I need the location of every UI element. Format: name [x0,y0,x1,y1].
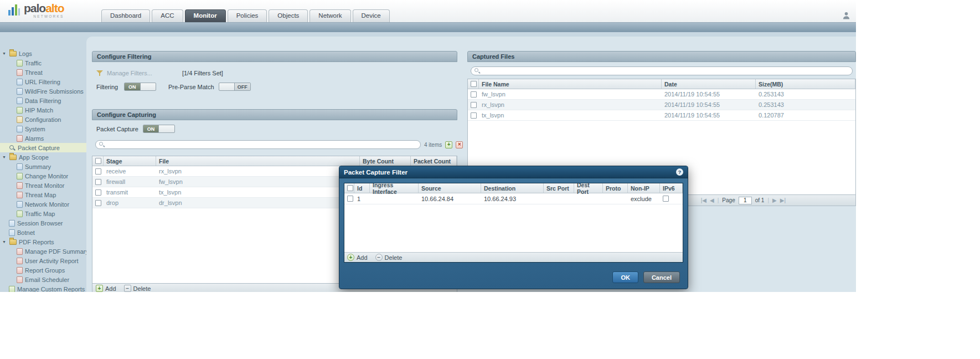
manage-filters-link[interactable]: Manage Filters... [107,70,152,76]
file-link[interactable]: rx_lsvpn [479,100,662,110]
sidebar-item-label: HIP Match [25,107,53,114]
sidebar-item-label: System [25,126,45,132]
sidebar-item-packet-capture[interactable]: Packet Capture [0,143,86,152]
table-row[interactable]: rx_lsvpn 2014/11/19 10:54:55 0.253143 [468,100,855,110]
sidebar-item-manage-pdf-summary[interactable]: Manage PDF Summary [0,247,86,256]
dest-port-cell[interactable] [574,193,603,204]
destination-cell[interactable]: 10.66.24.93 [481,193,544,204]
sidebar-item-app-scope[interactable]: ▼App Scope [0,152,86,162]
header-cell: Ingress Interface [370,183,419,193]
clear-icon[interactable]: ✕ [456,141,463,148]
sidebar-item-logs[interactable]: ▼Logs [0,49,86,58]
tab-monitor[interactable]: Monitor [185,9,226,22]
row-checkbox[interactable] [95,179,101,185]
page-input[interactable] [739,197,752,204]
sidebar-item-pdf-reports[interactable]: ▼PDF Reports [0,237,86,247]
add-button[interactable]: Add [357,254,368,261]
last-page-icon[interactable]: ▶| [780,197,786,203]
delete-icon[interactable]: − [124,285,131,292]
delete-button[interactable]: Delete [385,254,403,261]
capture-search-input[interactable] [107,141,417,148]
filtering-toggle[interactable]: ON [124,83,156,91]
tab-dashboard[interactable]: Dashboard [101,9,150,22]
file-link[interactable]: tx_lsvpn [479,110,662,120]
pdf-icon [17,258,23,264]
select-all-checkbox[interactable] [347,185,353,191]
packet-capture-toggle[interactable]: ON [143,125,175,133]
table-row[interactable]: tx_lsvpn 2014/11/19 10:54:55 0.120787 [468,110,855,121]
first-page-icon[interactable]: |◀ [701,197,706,203]
sidebar-item-label: Manage PDF Summary [25,248,86,255]
next-page-icon[interactable]: ▶ [772,197,777,203]
row-checkbox[interactable] [95,200,101,206]
tab-device[interactable]: Device [353,9,390,22]
cancel-button[interactable]: Cancel [643,271,680,283]
row-checkbox[interactable] [471,91,477,98]
sidebar-item-threat[interactable]: Threat [0,68,86,77]
select-all-checkbox[interactable] [95,158,101,164]
proto-cell[interactable] [603,193,628,204]
table-header: Id Ingress Interface Source Destination … [344,183,683,193]
tab-policies[interactable]: Policies [228,9,267,22]
help-icon[interactable]: ? [676,168,683,176]
row-checkbox[interactable] [95,189,101,196]
sidebar-item-wildfire-submissions[interactable]: WildFire Submissions [0,86,86,96]
sidebar-item-summary[interactable]: Summary [0,162,86,171]
sidebar-item-label: PDF Reports [19,239,54,245]
expander-icon[interactable]: ▼ [2,240,7,244]
non-ip-cell[interactable]: exclude [628,193,660,204]
sidebar-item-email-scheduler[interactable]: Email Scheduler [0,275,86,284]
sidebar-item-traffic[interactable]: Traffic [0,58,86,68]
src-port-cell[interactable] [544,193,574,204]
sidebar-item-alarms[interactable]: Alarms [0,134,86,143]
sidebar-item-traffic-map[interactable]: Traffic Map [0,209,86,218]
preparse-toggle[interactable]: OFF [219,83,251,91]
prev-page-icon[interactable]: ◀ [710,197,714,203]
packet-capture-toggle-row: Packet Capture ON [96,125,457,133]
row-checkbox[interactable] [347,196,353,202]
tab-acc[interactable]: ACC [152,9,183,22]
ingress-interface-cell[interactable] [370,193,419,204]
ok-button[interactable]: OK [612,271,638,283]
expander-icon[interactable]: ▼ [2,52,7,55]
ipv6-checkbox[interactable] [663,196,669,202]
add-button[interactable]: Add [105,285,116,292]
expander-icon[interactable]: ▼ [2,155,7,159]
captured-files-search-input[interactable] [483,68,849,74]
tab-objects[interactable]: Objects [269,9,308,22]
select-all-checkbox[interactable] [471,81,477,87]
sidebar-item-hip-match[interactable]: HIP Match [0,105,86,115]
filter-row[interactable]: 1 10.66.24.84 10.66.24.93 exclude [344,193,683,204]
row-checkbox[interactable] [471,102,477,108]
add-icon[interactable]: + [96,285,103,292]
main-nav-tabs: Dashboard ACC Monitor Policies Objects N… [101,9,390,22]
file-link[interactable]: fw_lsvpn [479,89,662,99]
table-row[interactable]: fw_lsvpn 2014/11/19 10:54:55 0.253143 [468,89,855,100]
sidebar-item-botnet[interactable]: Botnet [0,228,86,237]
sidebar-item-network-monitor[interactable]: Network Monitor [0,199,86,209]
sidebar-item-url-filtering[interactable]: URL Filtering [0,77,86,86]
user-icon[interactable] [842,11,850,20]
sidebar-item-system[interactable]: System [0,124,86,134]
delete-button[interactable]: Delete [133,285,151,292]
row-checkbox[interactable] [471,112,477,119]
sidebar-item-user-activity-report[interactable]: User Activity Report [0,256,86,265]
page-of-label: of 1 [755,197,765,203]
delete-icon[interactable]: − [375,254,383,261]
sidebar-item-threat-monitor[interactable]: Threat Monitor [0,181,86,190]
sidebar-item-change-monitor[interactable]: Change Monitor [0,171,86,181]
sidebar-item-manage-custom-reports[interactable]: Manage Custom Reports [0,284,86,292]
sidebar-item-label: Data Filtering [25,98,61,104]
add-icon[interactable]: + [347,254,354,261]
add-row-icon[interactable]: + [445,141,452,148]
sidebar-item-session-browser[interactable]: Session Browser [0,218,86,228]
sidebar-item-data-filtering[interactable]: Data Filtering [0,96,86,105]
tab-network[interactable]: Network [310,9,350,22]
threat-map-icon [17,192,23,198]
sidebar-item-report-groups[interactable]: Report Groups [0,265,86,275]
source-cell[interactable]: 10.66.24.84 [419,193,481,204]
sidebar-item-configuration[interactable]: Configuration [0,115,86,124]
row-checkbox[interactable] [95,168,101,175]
filtering-toggles-row: Filtering ON Pre-Parse Match OFF [96,83,457,91]
sidebar-item-threat-map[interactable]: Threat Map [0,190,86,199]
